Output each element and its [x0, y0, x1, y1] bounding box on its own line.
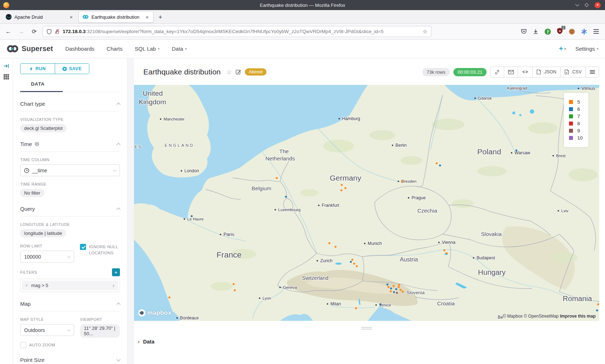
pocket-icon[interactable] [521, 28, 527, 35]
superset-logo[interactable]: Superset [6, 45, 53, 53]
scatter-point[interactable] [351, 259, 353, 260]
embed-code-button[interactable]: <> [518, 67, 532, 77]
scatter-point[interactable] [340, 189, 342, 191]
scatter-point[interactable] [390, 287, 392, 289]
new-tab-button[interactable]: + [154, 14, 167, 23]
scatter-point[interactable] [328, 242, 330, 244]
scatter-point[interactable] [386, 283, 388, 285]
nav-data[interactable]: Data▾ [172, 46, 187, 52]
scatter-point[interactable] [445, 252, 447, 254]
save-button[interactable]: SAVE [55, 64, 89, 74]
attribution-osm[interactable]: © OpenStreetMap [524, 314, 559, 319]
scatter-point[interactable] [234, 289, 236, 291]
tab-data[interactable]: DATA [31, 81, 45, 87]
tab-close-icon[interactable]: × [145, 14, 149, 20]
attribution-improve-link[interactable]: Improve this map [560, 314, 596, 319]
scatter-point[interactable] [436, 162, 438, 164]
copy-link-button[interactable] [490, 67, 504, 77]
scatter-point[interactable] [443, 249, 445, 251]
window-maximize-icon[interactable] [584, 3, 588, 7]
viz-type-value[interactable]: deck.gl Scatterplot [20, 124, 67, 132]
time-range-value[interactable]: No filter [20, 189, 44, 197]
scatter-point[interactable] [285, 196, 287, 197]
email-button[interactable] [504, 67, 518, 77]
scatter-point[interactable] [515, 149, 517, 151]
scatter-point[interactable] [393, 285, 394, 287]
cookie-extension-icon[interactable] [569, 28, 575, 35]
scatter-point[interactable] [401, 180, 403, 182]
section-time-header[interactable]: Time [20, 141, 120, 147]
viewport-value[interactable]: 11° 28' 29.70" | 50... [80, 324, 120, 338]
back-button[interactable]: ← [4, 28, 13, 35]
forward-button[interactable]: → [17, 28, 26, 35]
scatter-point[interactable] [380, 303, 381, 305]
auto-zoom-checkbox[interactable] [20, 342, 26, 348]
url-field[interactable]: 172.18.0.3:32108/superset/explore/?form_… [42, 26, 431, 37]
filter-item[interactable]: × mag > 5 › [22, 281, 118, 290]
section-point-size-header[interactable]: Point Size [20, 357, 120, 363]
scatter-point[interactable] [387, 286, 389, 288]
row-limit-select[interactable]: 100000 [20, 251, 74, 263]
export-json-button[interactable]: .JSON [532, 67, 560, 77]
menu-hamburger-icon[interactable] [593, 29, 599, 34]
scatter-point[interactable] [596, 309, 598, 311]
scatter-point[interactable] [356, 265, 358, 267]
scatter-point[interactable] [398, 286, 400, 288]
nav-sql-lab[interactable]: SQL Lab▾ [135, 46, 160, 52]
scatter-point[interactable] [276, 177, 278, 179]
tab-apache-druid[interactable]: Apache Druid × [2, 11, 77, 23]
insecure-lock-icon[interactable] [55, 29, 60, 34]
tab-earthquake-distribution[interactable]: Earthquake distribution × [79, 11, 153, 23]
scatter-point[interactable] [398, 284, 400, 286]
dataset-grid-icon[interactable] [3, 74, 9, 80]
lonlat-value[interactable]: longitude | latitude [20, 229, 66, 237]
scatter-point[interactable] [597, 303, 599, 305]
scatter-point[interactable] [396, 292, 398, 294]
run-button[interactable]: RUN [21, 64, 55, 74]
scatter-point[interactable] [169, 296, 170, 298]
edit-properties-icon[interactable] [236, 69, 241, 75]
chart-menu-button[interactable] [586, 67, 599, 77]
favorite-star-icon[interactable]: ☆ [227, 68, 232, 76]
scatter-point[interactable] [341, 184, 342, 186]
map-style-select[interactable]: Outdoors [20, 324, 74, 336]
section-chart-type-header[interactable]: Chart type [20, 101, 120, 107]
scatter-point[interactable] [350, 261, 352, 263]
shield-permissions-icon[interactable] [46, 29, 52, 35]
ignore-null-checkbox[interactable] [80, 244, 86, 250]
section-map-header[interactable]: Map [20, 301, 120, 307]
time-column-select[interactable]: __time [20, 164, 120, 176]
tab-close-icon[interactable]: × [69, 14, 73, 20]
scatter-point[interactable] [344, 187, 346, 189]
resize-drag-handle[interactable] [361, 326, 372, 331]
add-filter-button[interactable]: + [112, 268, 120, 276]
export-csv-button[interactable]: .CSV [560, 67, 586, 77]
scatter-point[interactable] [395, 288, 397, 290]
new-chart-button[interactable]: +▾ [559, 45, 566, 53]
scatter-point[interactable] [390, 290, 391, 292]
scatter-point[interactable] [233, 283, 234, 285]
extension-green-icon[interactable] [544, 28, 551, 35]
scatter-point[interactable] [402, 291, 404, 292]
map-canvas[interactable]: UnitedKingdomENGLANDESTheNetherlandsBelg… [134, 85, 599, 321]
scatter-point[interactable] [393, 291, 395, 293]
scatter-point[interactable] [353, 263, 355, 264]
chart-title[interactable]: Earthquake distribution [143, 68, 221, 76]
remove-filter-icon[interactable]: × [22, 283, 31, 288]
scatter-point[interactable] [191, 215, 192, 217]
ublock-icon[interactable]: u 2 [557, 28, 563, 36]
window-minimize-icon[interactable] [575, 2, 579, 6]
extension-asterisk-icon[interactable] [581, 28, 587, 35]
scatter-point[interactable] [439, 164, 441, 166]
data-results-panel-header[interactable]: › Data [134, 335, 599, 349]
scatter-point[interactable] [335, 246, 336, 247]
downloads-icon[interactable] [533, 28, 539, 35]
altered-badge[interactable]: Altered [245, 68, 266, 76]
bookmark-star-icon[interactable]: ☆ [423, 28, 427, 35]
section-query-header[interactable]: Query [20, 206, 120, 212]
window-close-button[interactable]: × [595, 2, 601, 8]
nav-dashboards[interactable]: Dashboards [65, 46, 94, 52]
nav-settings[interactable]: Settings▾ [575, 46, 599, 52]
collapse-panel-icon[interactable] [3, 63, 9, 69]
mapbox-logo[interactable]: mapbox [138, 309, 171, 317]
